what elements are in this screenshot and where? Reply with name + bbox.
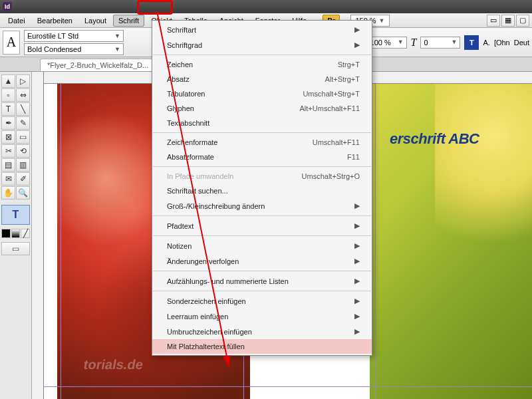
rectangle-tool[interactable]: ▭	[16, 130, 30, 144]
free-transform-tool[interactable]: ⟲	[16, 144, 30, 158]
toolbox: ▲▷ ▫⇔ T╲ ✒✎ ⊠▭ ✂⟲ ▤▥ ✉✐ ✋🔍 T ╱ ▭	[0, 72, 32, 399]
menu-item[interactable]: AbsatzAlt+Strg+T	[152, 72, 372, 86]
line-tool[interactable]: ╲	[16, 102, 30, 116]
chevron-right-icon: ▶	[354, 257, 360, 265]
screen-mode-button[interactable]: ▢	[516, 15, 529, 27]
chevron-right-icon: ▶	[354, 277, 360, 285]
tab-document-1[interactable]: *Flyer_2-Bruch_Wickelfalz_D...×	[40, 59, 164, 71]
font-style-select[interactable]: Bold Condensed▼	[24, 43, 124, 55]
headline-text[interactable]: erschrift ABC	[390, 130, 479, 148]
menu-bearbeiten[interactable]: Bearbeiten	[32, 15, 78, 27]
type-tool[interactable]: T	[1, 102, 15, 116]
note-tool[interactable]: ✉	[1, 172, 15, 186]
menu-item[interactable]: Leerraum einfügen▶	[152, 309, 372, 324]
pen-tool[interactable]: ✒	[1, 116, 15, 130]
menu-item[interactable]: Sonderzeichen einfügen▶	[152, 293, 372, 309]
menu-item[interactable]: Textabschnitt	[152, 116, 372, 130]
arrange-button[interactable]: ▦	[501, 15, 515, 27]
chevron-right-icon: ▶	[354, 327, 360, 336]
titlebar: Id	[0, 0, 532, 13]
menu-item[interactable]: TabulatorenUmschalt+Strg+T	[152, 86, 372, 101]
apply-color-icon[interactable]	[1, 229, 11, 238]
view-mode-button[interactable]: ▭	[487, 15, 500, 27]
apply-gradient-icon[interactable]	[11, 229, 21, 238]
menu-item[interactable]: Schriftgrad▶	[152, 37, 372, 53]
font-family-select[interactable]: Eurostile LT Std▼	[24, 30, 124, 42]
menu-layout[interactable]: Layout	[79, 15, 112, 27]
char-style-value[interactable]: [Ohn	[494, 39, 510, 47]
guide[interactable]	[61, 84, 61, 399]
chevron-right-icon: ▶	[354, 297, 360, 305]
gradient-swatch-tool[interactable]: ▤	[1, 158, 15, 172]
ruler-vertical[interactable]	[32, 72, 44, 399]
zoom-tool[interactable]: 🔍	[16, 186, 30, 200]
apply-none-icon[interactable]: ╱	[21, 229, 30, 238]
menu-item[interactable]: GlyphenAlt+Umschalt+F11	[152, 101, 372, 116]
hand-tool[interactable]: ✋	[1, 186, 15, 200]
menu-item[interactable]: Umbruchzeichen einfügen▶	[152, 324, 372, 339]
view-mode-normal[interactable]: ▭	[1, 242, 30, 255]
menu-item[interactable]: Schriftart▶	[152, 22, 372, 37]
pencil-tool[interactable]: ✎	[16, 116, 30, 130]
menu-item[interactable]: ZeichenStrg+T	[152, 57, 372, 72]
chevron-right-icon: ▶	[354, 221, 360, 230]
schrift-dropdown: Schriftart▶Schriftgrad▶ZeichenStrg+TAbsa…	[152, 20, 372, 356]
gap-tool[interactable]: ⇔	[16, 88, 30, 102]
char-color-icon[interactable]: T	[464, 35, 479, 50]
chevron-right-icon: ▶	[354, 241, 360, 250]
chevron-down-icon: ▼	[114, 46, 120, 53]
menu-item[interactable]: Notizen▶	[152, 238, 372, 253]
fill-stroke-swatch[interactable]: T	[1, 205, 30, 225]
skew-field[interactable]: 0▼	[420, 37, 460, 49]
skew-icon: T	[411, 37, 417, 49]
character-panel-icon[interactable]: A	[3, 31, 20, 55]
selection-tool[interactable]: ▲	[1, 74, 15, 88]
guide[interactable]	[44, 386, 532, 387]
chevron-right-icon: ▶	[354, 312, 360, 321]
scissors-tool[interactable]: ✂	[1, 144, 15, 158]
language-label[interactable]: Deut	[514, 39, 529, 47]
chevron-right-icon: ▶	[354, 201, 360, 210]
chevron-down-icon: ▼	[379, 17, 385, 24]
chevron-right-icon: ▶	[354, 41, 360, 49]
direct-selection-tool[interactable]: ▷	[16, 74, 30, 88]
menu-datei[interactable]: Datei	[3, 15, 31, 27]
guide[interactable]	[375, 84, 376, 399]
menu-item[interactable]: Pfadtext▶	[152, 218, 372, 233]
rectangle-frame-tool[interactable]: ⊠	[1, 130, 15, 144]
char-style-label: A.	[483, 39, 489, 47]
watermark: torials.de	[82, 357, 144, 372]
app-icon: Id	[3, 2, 12, 11]
menu-item: In Pfade umwandelnUmschalt+Strg+O	[152, 169, 372, 184]
menu-item[interactable]: Aufzählungs- und nummerierte Listen▶	[152, 273, 372, 289]
page-tool[interactable]: ▫	[1, 88, 15, 102]
eyedropper-tool[interactable]: ✐	[16, 172, 30, 186]
menu-schrift[interactable]: Schrift	[113, 15, 144, 27]
menu-item[interactable]: Groß-/Kleinschreibung ändern▶	[152, 198, 372, 213]
menu-item[interactable]: AbsatzformateF11	[152, 150, 372, 164]
menu-item[interactable]: Änderungen verfolgen▶	[152, 253, 372, 269]
gradient-feather-tool[interactable]: ▥	[16, 158, 30, 172]
chevron-down-icon: ▼	[114, 33, 120, 39]
menu-item[interactable]: Schriftart suchen...	[152, 184, 372, 198]
chevron-right-icon: ▶	[354, 25, 360, 34]
menu-item[interactable]: Mit Platzhaltertext füllen	[152, 339, 372, 354]
horizontal-scale-field[interactable]: 100 %▼	[367, 37, 407, 49]
menu-item[interactable]: ZeichenformateUmschalt+F11	[152, 135, 372, 150]
